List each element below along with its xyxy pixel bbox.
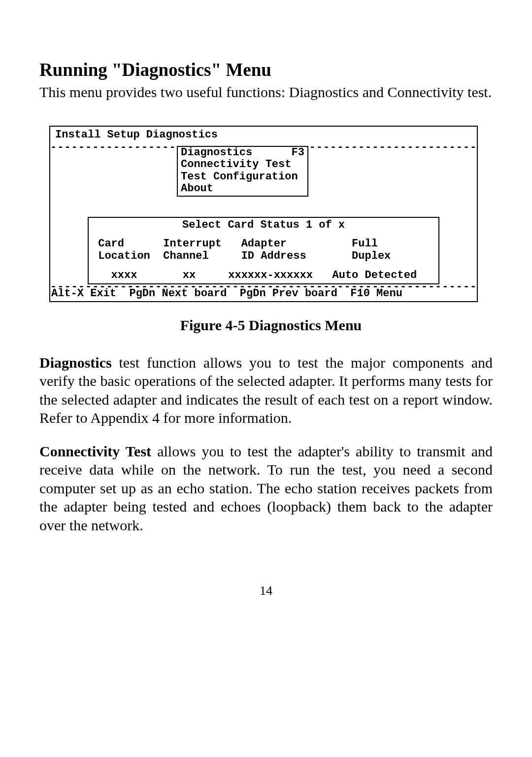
- diagnostics-lead: Diagnostics: [39, 354, 112, 371]
- page-number: 14: [39, 584, 493, 598]
- card-status-panel: Select Card Status 1 of x Card Interrupt…: [88, 217, 439, 284]
- figure-block: Install Setup Diagnostics --------------…: [49, 126, 493, 334]
- intro-paragraph: This menu provides two useful functions:…: [39, 83, 493, 101]
- section-heading: Running "Diagnostics" Menu: [39, 59, 493, 80]
- card-status-header-line1: Card Interrupt Adapter Full: [89, 238, 438, 250]
- card-status-header-line2: Location Channel ID Address Duplex: [89, 250, 438, 262]
- diagnostics-paragraph: Diagnostics test function allows you to …: [39, 353, 493, 427]
- connectivity-paragraph: Connectivity Test allows you to test the…: [39, 442, 493, 535]
- figure-caption: Figure 4-5 Diagnostics Menu: [49, 317, 493, 334]
- menu-item-connectivity-test[interactable]: Connectivity Test: [181, 159, 304, 171]
- card-status-title: Select Card Status 1 of x: [89, 218, 438, 237]
- menu-item-test-configuration[interactable]: Test Configuration: [181, 171, 304, 183]
- menu-item-about[interactable]: About: [181, 183, 304, 195]
- menubar-row: Install Setup Diagnostics: [50, 129, 477, 141]
- text-ui-screenshot: Install Setup Diagnostics --------------…: [49, 126, 478, 302]
- connectivity-lead: Connectivity Test: [39, 443, 151, 459]
- menu-item-diagnostics[interactable]: Diagnostics F3: [181, 147, 304, 159]
- diagnostics-dropdown: Diagnostics F3 Connectivity Test Test Co…: [177, 146, 308, 197]
